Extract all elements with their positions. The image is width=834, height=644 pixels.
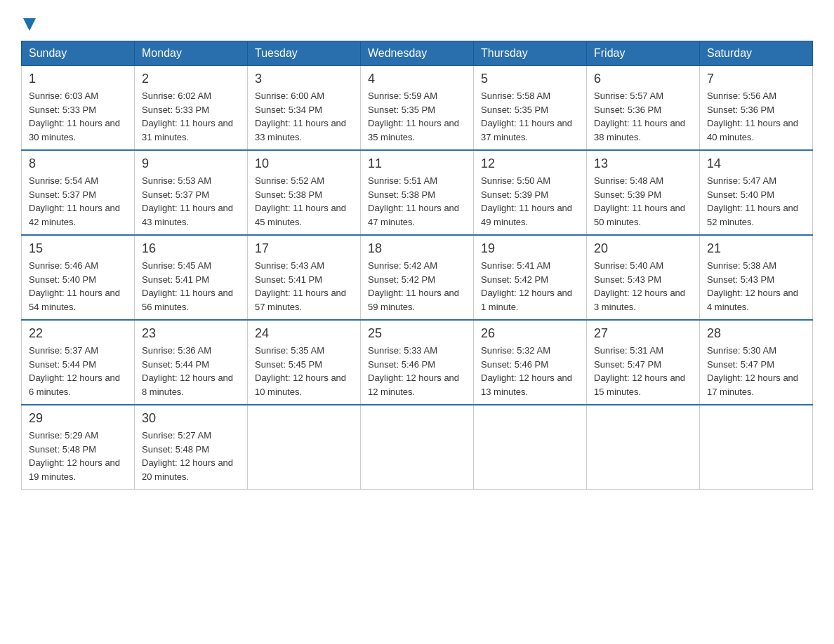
daylight-label: Daylight: 12 hours and 17 minutes. — [707, 373, 798, 397]
daylight-label: Daylight: 11 hours and 56 minutes. — [142, 288, 233, 312]
sunset-label: Sunset: 5:34 PM — [255, 105, 322, 115]
day-number: 27 — [594, 326, 692, 341]
calendar-day-cell: 8 Sunrise: 5:54 AM Sunset: 5:37 PM Dayli… — [22, 150, 135, 235]
daylight-label: Daylight: 12 hours and 15 minutes. — [594, 373, 685, 397]
calendar-day-cell: 30 Sunrise: 5:27 AM Sunset: 5:48 PM Dayl… — [135, 405, 248, 490]
day-number: 8 — [29, 156, 127, 171]
sunrise-label: Sunrise: 5:58 AM — [481, 90, 550, 101]
calendar-day-cell — [700, 405, 813, 490]
daylight-label: Daylight: 11 hours and 42 minutes. — [29, 203, 120, 227]
calendar-day-cell: 1 Sunrise: 6:03 AM Sunset: 5:33 PM Dayli… — [22, 66, 135, 151]
sunrise-label: Sunrise: 5:59 AM — [368, 90, 437, 101]
day-info: Sunrise: 5:41 AM Sunset: 5:42 PM Dayligh… — [481, 259, 579, 314]
sunset-label: Sunset: 5:46 PM — [368, 359, 435, 370]
day-info: Sunrise: 5:43 AM Sunset: 5:41 PM Dayligh… — [255, 259, 353, 314]
day-info: Sunrise: 5:48 AM Sunset: 5:39 PM Dayligh… — [594, 174, 692, 229]
sunset-label: Sunset: 5:38 PM — [255, 189, 322, 200]
day-number: 23 — [142, 326, 240, 341]
sunset-label: Sunset: 5:48 PM — [29, 444, 96, 455]
sunrise-label: Sunrise: 6:00 AM — [255, 90, 324, 101]
day-info: Sunrise: 5:35 AM Sunset: 5:45 PM Dayligh… — [255, 344, 353, 398]
day-number: 21 — [707, 241, 805, 256]
day-number: 16 — [142, 241, 240, 256]
day-number: 6 — [594, 72, 692, 86]
calendar-day-cell: 17 Sunrise: 5:43 AM Sunset: 5:41 PM Dayl… — [248, 235, 361, 320]
day-number: 10 — [255, 156, 353, 171]
day-info: Sunrise: 5:51 AM Sunset: 5:38 PM Dayligh… — [368, 174, 466, 229]
calendar-week-row: 8 Sunrise: 5:54 AM Sunset: 5:37 PM Dayli… — [22, 150, 813, 235]
calendar-day-cell: 28 Sunrise: 5:30 AM Sunset: 5:47 PM Dayl… — [700, 320, 813, 405]
sunrise-label: Sunrise: 5:30 AM — [707, 345, 776, 356]
daylight-label: Daylight: 11 hours and 40 minutes. — [707, 118, 798, 142]
calendar-day-cell — [361, 405, 474, 490]
sunrise-label: Sunrise: 5:32 AM — [481, 345, 550, 356]
calendar-day-cell: 13 Sunrise: 5:48 AM Sunset: 5:39 PM Dayl… — [587, 150, 700, 235]
daylight-label: Daylight: 11 hours and 37 minutes. — [481, 118, 572, 142]
sunrise-label: Sunrise: 5:54 AM — [29, 175, 98, 186]
daylight-label: Daylight: 12 hours and 8 minutes. — [142, 373, 233, 397]
calendar-day-cell: 11 Sunrise: 5:51 AM Sunset: 5:38 PM Dayl… — [361, 150, 474, 235]
sunset-label: Sunset: 5:47 PM — [594, 359, 661, 370]
calendar-day-cell: 2 Sunrise: 6:02 AM Sunset: 5:33 PM Dayli… — [135, 66, 248, 151]
day-number: 13 — [594, 156, 692, 171]
calendar-day-cell: 12 Sunrise: 5:50 AM Sunset: 5:39 PM Dayl… — [474, 150, 587, 235]
sunset-label: Sunset: 5:37 PM — [142, 189, 209, 200]
sunset-label: Sunset: 5:42 PM — [368, 274, 435, 285]
daylight-label: Daylight: 12 hours and 12 minutes. — [368, 373, 459, 397]
day-number: 29 — [29, 411, 127, 426]
sunset-label: Sunset: 5:44 PM — [29, 359, 96, 370]
daylight-label: Daylight: 11 hours and 52 minutes. — [707, 203, 798, 227]
sunset-label: Sunset: 5:47 PM — [707, 359, 774, 370]
day-number: 24 — [255, 326, 353, 341]
daylight-label: Daylight: 11 hours and 45 minutes. — [255, 203, 346, 227]
page-header — [21, 14, 813, 34]
sunrise-label: Sunrise: 5:42 AM — [368, 260, 437, 271]
calendar-day-cell: 18 Sunrise: 5:42 AM Sunset: 5:42 PM Dayl… — [361, 235, 474, 320]
sunrise-label: Sunrise: 5:52 AM — [255, 175, 324, 186]
calendar-day-cell: 9 Sunrise: 5:53 AM Sunset: 5:37 PM Dayli… — [135, 150, 248, 235]
day-info: Sunrise: 5:32 AM Sunset: 5:46 PM Dayligh… — [481, 344, 579, 398]
sunset-label: Sunset: 5:43 PM — [707, 274, 774, 285]
sunset-label: Sunset: 5:44 PM — [142, 359, 209, 370]
day-number: 20 — [594, 241, 692, 256]
calendar-day-cell: 7 Sunrise: 5:56 AM Sunset: 5:36 PM Dayli… — [700, 66, 813, 151]
daylight-label: Daylight: 11 hours and 59 minutes. — [368, 288, 459, 312]
sunset-label: Sunset: 5:43 PM — [594, 274, 661, 285]
sunset-label: Sunset: 5:36 PM — [594, 105, 661, 115]
calendar-day-cell: 14 Sunrise: 5:47 AM Sunset: 5:40 PM Dayl… — [700, 150, 813, 235]
day-info: Sunrise: 5:59 AM Sunset: 5:35 PM Dayligh… — [368, 89, 466, 144]
day-info: Sunrise: 5:47 AM Sunset: 5:40 PM Dayligh… — [707, 174, 805, 229]
sunrise-label: Sunrise: 5:48 AM — [594, 175, 663, 186]
sunrise-label: Sunrise: 5:57 AM — [594, 90, 663, 101]
day-number: 17 — [255, 241, 353, 256]
sunrise-label: Sunrise: 5:47 AM — [707, 175, 776, 186]
day-info: Sunrise: 5:37 AM Sunset: 5:44 PM Dayligh… — [29, 344, 127, 398]
daylight-label: Daylight: 12 hours and 20 minutes. — [142, 457, 233, 482]
day-info: Sunrise: 5:30 AM Sunset: 5:47 PM Dayligh… — [707, 344, 805, 398]
sunrise-label: Sunrise: 5:45 AM — [142, 260, 211, 271]
calendar-day-cell: 15 Sunrise: 5:46 AM Sunset: 5:40 PM Dayl… — [22, 235, 135, 320]
day-number: 3 — [255, 72, 353, 86]
day-info: Sunrise: 5:40 AM Sunset: 5:43 PM Dayligh… — [594, 259, 692, 314]
calendar-day-cell — [474, 405, 587, 490]
sunrise-label: Sunrise: 5:50 AM — [481, 175, 550, 186]
day-number: 7 — [707, 72, 805, 86]
sunrise-label: Sunrise: 5:31 AM — [594, 345, 663, 356]
sunrise-label: Sunrise: 5:51 AM — [368, 175, 437, 186]
day-number: 25 — [368, 326, 466, 341]
sunset-label: Sunset: 5:40 PM — [707, 189, 774, 200]
column-header-tuesday: Tuesday — [248, 41, 361, 66]
sunset-label: Sunset: 5:42 PM — [481, 274, 548, 285]
sunset-label: Sunset: 5:41 PM — [142, 274, 209, 285]
day-number: 5 — [481, 72, 579, 86]
column-header-wednesday: Wednesday — [361, 41, 474, 66]
daylight-label: Daylight: 11 hours and 30 minutes. — [29, 118, 120, 142]
day-number: 22 — [29, 326, 127, 341]
calendar-week-row: 1 Sunrise: 6:03 AM Sunset: 5:33 PM Dayli… — [22, 66, 813, 151]
day-info: Sunrise: 5:42 AM Sunset: 5:42 PM Dayligh… — [368, 259, 466, 314]
sunset-label: Sunset: 5:35 PM — [368, 105, 435, 115]
calendar-header-row: SundayMondayTuesdayWednesdayThursdayFrid… — [22, 41, 813, 66]
calendar-day-cell: 16 Sunrise: 5:45 AM Sunset: 5:41 PM Dayl… — [135, 235, 248, 320]
sunset-label: Sunset: 5:39 PM — [594, 189, 661, 200]
sunrise-label: Sunrise: 5:56 AM — [707, 90, 776, 101]
